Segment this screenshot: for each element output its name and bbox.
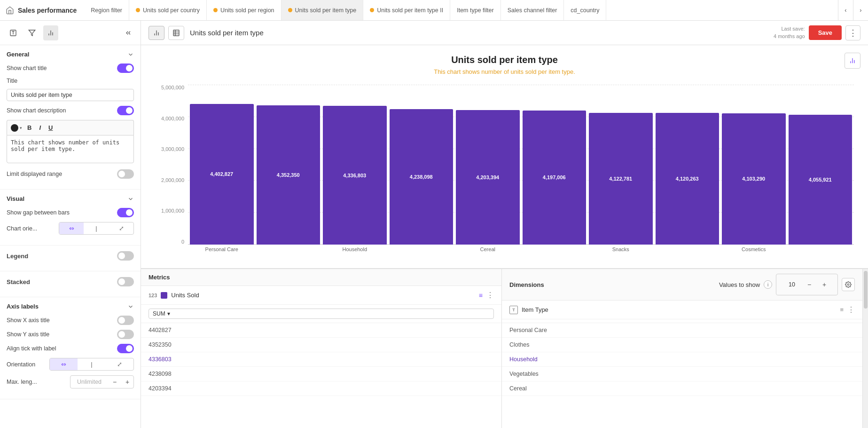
tab-sales-channel-filter[interactable]: Sales channel filter bbox=[501, 0, 564, 20]
legend-toggle[interactable] bbox=[117, 251, 134, 261]
chart-view-btn[interactable] bbox=[149, 26, 164, 40]
metric-filter-icon[interactable]: ≡ bbox=[479, 292, 483, 299]
tab-units-sold-item-type[interactable]: Units sold per item type bbox=[282, 0, 364, 20]
show-y-axis-toggle[interactable] bbox=[117, 330, 134, 339]
values-to-show-info-btn[interactable]: i bbox=[764, 280, 772, 289]
tab-region-filter[interactable]: Region filter bbox=[84, 0, 129, 20]
chart-orientation-selector: ⇔ | ⤢ bbox=[59, 222, 134, 235]
visual-section-title: Visual bbox=[7, 195, 24, 202]
bold-btn[interactable]: B bbox=[25, 123, 34, 132]
max-length-decrement-btn[interactable]: − bbox=[109, 376, 121, 388]
bar-3[interactable]: 4,238,098 bbox=[390, 109, 454, 245]
chart-tool-btn[interactable] bbox=[43, 25, 58, 40]
color-chevron-icon[interactable]: ▾ bbox=[20, 126, 22, 130]
stacked-section: Stacked bbox=[0, 271, 141, 297]
sidebar-collapse-btn[interactable] bbox=[122, 26, 135, 40]
title-input[interactable] bbox=[7, 89, 134, 101]
tab-item-type-filter[interactable]: Item type filter bbox=[450, 0, 501, 20]
bar-6[interactable]: 4,122,781 bbox=[589, 113, 653, 245]
general-section-header[interactable]: General bbox=[7, 51, 134, 58]
show-x-axis-toggle[interactable] bbox=[117, 316, 134, 325]
bar-5[interactable]: 4,197,006 bbox=[523, 111, 586, 245]
tab-units-sold-country[interactable]: Units sold per country bbox=[129, 0, 207, 20]
bar-9[interactable]: 4,055,921 bbox=[789, 115, 852, 245]
visual-section-header[interactable]: Visual bbox=[7, 195, 134, 202]
axis-orient-h-btn[interactable]: ⇔ bbox=[50, 358, 78, 370]
limit-range-toggle[interactable] bbox=[117, 169, 134, 179]
dimensions-settings-btn[interactable] bbox=[842, 278, 855, 291]
tab-sales-channel-filter-label: Sales channel filter bbox=[508, 7, 557, 14]
max-length-value: Unlimited bbox=[70, 377, 108, 387]
axis-labels-section-header[interactable]: Axis labels bbox=[7, 303, 134, 310]
chart-orient-row: Chart orie... ⇔ | ⤢ bbox=[7, 222, 134, 235]
limit-range-row: Limit displayed range bbox=[7, 169, 134, 179]
axis-orient-v-btn[interactable]: | bbox=[78, 358, 106, 370]
main-layout: General Show chart title Title Show char… bbox=[0, 21, 868, 428]
app-name-label: Sales performance bbox=[18, 7, 77, 14]
bar-7[interactable]: 4,120,263 bbox=[656, 113, 719, 245]
bar-2[interactable]: 4,336,803 bbox=[323, 106, 387, 245]
metric-data-row-4: 4238098 bbox=[141, 367, 501, 381]
underline-btn[interactable]: U bbox=[46, 123, 55, 132]
chart-expand-btn[interactable] bbox=[845, 53, 860, 69]
bar-0[interactable]: 4,402,827 bbox=[190, 104, 254, 245]
axis-orient-d-btn[interactable]: ⤢ bbox=[106, 358, 133, 370]
show-chart-description-toggle[interactable] bbox=[117, 106, 134, 115]
tab-dot bbox=[370, 8, 374, 12]
max-length-increment-btn[interactable]: + bbox=[121, 376, 133, 388]
tab-units-sold-item-type-ii[interactable]: Units sold per item type II bbox=[363, 0, 450, 20]
axis-labels-chevron-icon bbox=[127, 303, 134, 310]
bar-4[interactable]: 4,203,394 bbox=[456, 110, 520, 245]
show-gap-toggle[interactable] bbox=[117, 208, 134, 217]
bars-container: 4,402,8274,352,3504,336,8034,238,0984,20… bbox=[188, 85, 854, 259]
bar-1[interactable]: 4,352,350 bbox=[257, 105, 321, 245]
metric-data-row-3: 4336803 bbox=[141, 352, 501, 367]
save-button[interactable]: Save bbox=[809, 25, 842, 40]
show-chart-description-label: Show chart description bbox=[7, 107, 66, 114]
chart-type-icon bbox=[849, 57, 856, 64]
metrics-panel: Metrics 123 Units Sold ≡ ⋮ SUM ▾ 440282 bbox=[141, 269, 502, 428]
nav-next-btn[interactable]: › bbox=[853, 0, 868, 21]
stacked-toggle[interactable] bbox=[117, 277, 134, 286]
tab-cd-country[interactable]: cd_country bbox=[564, 0, 606, 20]
nav-prev-btn[interactable]: ‹ bbox=[838, 0, 853, 21]
dimension-sort-icon[interactable]: ≡ bbox=[840, 306, 844, 313]
orient-cursor-btn[interactable]: | bbox=[84, 222, 109, 234]
bar-8[interactable]: 4,103,290 bbox=[722, 113, 786, 245]
description-textarea[interactable]: This chart shows number of units sold pe… bbox=[7, 135, 134, 163]
toggle-slider-7 bbox=[117, 316, 134, 325]
italic-btn[interactable]: I bbox=[37, 123, 43, 132]
filter-tool-btn[interactable] bbox=[24, 25, 39, 40]
metric-name: Units Sold bbox=[171, 292, 475, 299]
values-increment-btn[interactable]: + bbox=[819, 279, 830, 290]
show-chart-title-toggle[interactable] bbox=[117, 63, 134, 73]
bar-chart: 5,000,000 4,000,000 3,000,000 2,000,000 … bbox=[155, 85, 854, 259]
tab-units-sold-item-type-label: Units sold per item type bbox=[295, 7, 357, 14]
more-options-btn[interactable]: ⋮ bbox=[845, 25, 860, 40]
values-decrement-btn[interactable]: − bbox=[804, 279, 815, 290]
table-view-btn[interactable] bbox=[168, 26, 184, 40]
nav-arrows: ‹ › bbox=[838, 0, 868, 21]
scrollbar-thumb[interactable] bbox=[864, 271, 868, 309]
visual-chevron-icon bbox=[127, 196, 134, 202]
title-row: Title bbox=[7, 78, 134, 84]
orient-horizontal-btn[interactable]: ⇔ bbox=[59, 222, 84, 234]
dim-value-3: Household bbox=[509, 356, 538, 363]
align-tick-toggle[interactable] bbox=[117, 344, 134, 353]
max-length-row: Max. leng... Unlimited − + bbox=[7, 375, 134, 388]
dim-value-2: Clothes bbox=[509, 341, 529, 348]
color-dot[interactable] bbox=[11, 124, 18, 132]
content-area: Units sold per item type Last save: 4 mo… bbox=[141, 21, 868, 428]
tab-units-sold-region[interactable]: Units sold per region bbox=[207, 0, 282, 20]
x-label-3 bbox=[390, 245, 454, 259]
y-label-0: 0 bbox=[155, 239, 184, 245]
x-label-9 bbox=[789, 245, 852, 259]
text-tool-btn[interactable] bbox=[6, 25, 21, 40]
metric-value-2: 4352350 bbox=[149, 341, 172, 348]
metric-more-btn[interactable]: ⋮ bbox=[486, 291, 494, 300]
y-label-2000000: 2,000,000 bbox=[155, 177, 184, 183]
aggregation-select[interactable]: SUM ▾ bbox=[149, 309, 494, 319]
y-axis: 5,000,000 4,000,000 3,000,000 2,000,000 … bbox=[155, 85, 188, 259]
dimension-more-btn[interactable]: ⋮ bbox=[847, 305, 855, 314]
orient-expand-btn[interactable]: ⤢ bbox=[109, 222, 133, 234]
